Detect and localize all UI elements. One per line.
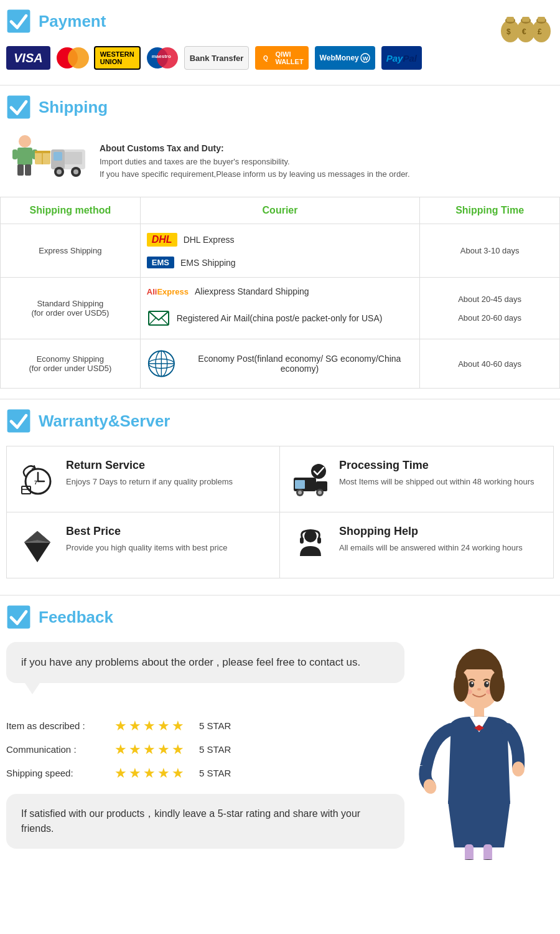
qiwi-logo: Q QIWIWALLET (255, 46, 308, 70)
svg-rect-29 (54, 152, 62, 161)
rating-row-shipping: Shipping speed: ★ ★ ★ ★ ★ 5 STAR (6, 765, 404, 781)
aliexpress-row: AliExpress Aliexpress Standard Shipping (147, 284, 414, 299)
star-4: ★ (157, 765, 170, 781)
price-desc: Provide you high quality items with best… (66, 542, 227, 554)
star-4: ★ (157, 742, 170, 758)
svg-point-73 (487, 682, 488, 684)
westernunion-logo: WESTERNUNION (94, 46, 141, 70)
feedback-body: if you have any problems about the order… (0, 636, 560, 866)
return-desc: Enjoys 7 Days to return if any quality p… (66, 476, 233, 488)
help-desc: All emails will be answered within 24 wo… (339, 542, 523, 554)
svg-point-84 (479, 859, 497, 860)
stars-described: ★ ★ ★ ★ ★ (114, 718, 184, 734)
svg-point-56 (318, 491, 322, 494)
svg-point-64 (304, 530, 317, 542)
svg-text:W: W (363, 55, 368, 62)
svg-line-37 (161, 318, 169, 325)
help-content: Shopping Help All emails will be answere… (339, 525, 523, 554)
col-shipping-method: Shipping method (1, 197, 141, 224)
price-title: Best Price (66, 525, 227, 538)
return-icon: 7 (17, 459, 57, 499)
star-3: ★ (143, 742, 156, 758)
star-count-described: 5 STAR (199, 720, 231, 731)
visa-logo: VISA (6, 46, 50, 70)
star-3: ★ (143, 765, 156, 781)
money-bags-icon: $ € £ (498, 3, 554, 54)
star-5: ★ (172, 718, 184, 734)
svg-point-71 (484, 681, 489, 687)
svg-rect-7 (522, 17, 530, 22)
svg-text:$: $ (506, 27, 511, 36)
svg-point-86 (490, 672, 505, 702)
ems-badge: EMS (147, 257, 174, 268)
svg-rect-81 (465, 844, 474, 860)
svg-point-57 (311, 464, 326, 479)
svg-point-18 (19, 135, 31, 148)
processing-title: Processing Time (339, 459, 534, 472)
rating-label-shipping: Shipping speed: (6, 768, 106, 778)
express-method: Express Shipping (1, 224, 141, 278)
col-shipping-time: Shipping Time (420, 197, 560, 224)
svg-rect-23 (25, 164, 31, 176)
character-illustration (414, 642, 544, 860)
payment-section: Payment $ € £ VIS (0, 0, 560, 86)
economy-name: Economy Post(finland economy/ SG economy… (185, 354, 413, 374)
mastercard-logo (57, 46, 88, 70)
economy-time: About 40-60 days (420, 339, 560, 389)
svg-line-36 (149, 318, 156, 325)
warranty-title: Warranty&Server (39, 412, 170, 431)
warranty-item-processing: Processing Time Most Items will be shipp… (280, 446, 553, 512)
rating-row-communication: Communication : ★ ★ ★ ★ ★ 5 STAR (6, 742, 404, 758)
payment-title: Payment (39, 12, 106, 31)
star-1: ★ (114, 765, 127, 781)
feedback-bubble-top: if you have any problems about the order… (6, 642, 404, 683)
shipping-table: Shipping method Courier Shipping Time Ex… (0, 197, 560, 389)
price-content: Best Price Provide you high quality item… (66, 525, 227, 554)
headset-icon (290, 525, 330, 565)
star-count-shipping: 5 STAR (199, 768, 231, 778)
payment-header: Payment $ € £ (0, 0, 560, 40)
express-time: About 3-10 days (420, 224, 560, 278)
star-count-communication: 5 STAR (199, 744, 231, 755)
stars-shipping: ★ ★ ★ ★ ★ (114, 765, 184, 781)
star-2: ★ (129, 718, 141, 734)
shipping-section: Shipping (0, 86, 560, 400)
rating-row-described: Item as described : ★ ★ ★ ★ ★ 5 STAR (6, 718, 404, 734)
airmail-row: Registered Air Mail(china post/e packet-… (147, 304, 414, 333)
feedback-character (404, 642, 554, 860)
feedback-checkmark-icon (6, 605, 31, 630)
star-5: ★ (172, 742, 184, 758)
svg-point-85 (454, 672, 469, 702)
shipping-intro: About Customs Tax and Duty: Import dutie… (0, 126, 560, 197)
svg-point-31 (57, 169, 62, 174)
shipping-section-header: Shipping (0, 86, 560, 126)
shipping-title: Shipping (39, 98, 108, 117)
star-1: ★ (114, 742, 127, 758)
star-3: ★ (143, 718, 156, 734)
help-title: Shopping Help (339, 525, 523, 538)
svg-rect-52 (295, 480, 305, 489)
warranty-section: Warranty&Server 7 (0, 400, 560, 596)
un-icon (147, 348, 176, 379)
return-title: Return Service (66, 459, 233, 472)
warranty-section-header: Warranty&Server (0, 400, 560, 440)
bottom-bubble-text: If satisfied with our products，kindly le… (21, 808, 360, 834)
svg-text:£: £ (538, 27, 542, 36)
feedback-bubble-bottom: If satisfied with our products，kindly le… (6, 794, 404, 849)
svg-point-80 (512, 762, 525, 776)
processing-content: Processing Time Most Items will be shipp… (339, 459, 534, 488)
warranty-grid: 7 Return Service Enjoys 7 Days to return… (6, 446, 554, 578)
economy-couriers: Economy Post(finland economy/ SG economy… (140, 339, 420, 389)
svg-rect-65 (300, 537, 304, 544)
dhl-badge: DHL (147, 233, 177, 247)
dhl-row: DHL DHL Express (147, 230, 414, 249)
banktransfer-logo: Bank Transfer (184, 46, 250, 70)
star-2: ★ (129, 742, 141, 758)
feedback-section-header: Feedback (0, 596, 560, 636)
col-courier: Courier (140, 197, 420, 224)
maestro-logo: maestro (147, 46, 178, 70)
svg-rect-66 (317, 537, 321, 544)
svg-point-83 (460, 859, 478, 860)
warranty-checkmark-icon (6, 408, 31, 433)
standard-time: About 20-45 daysAbout 20-60 days (420, 278, 560, 339)
